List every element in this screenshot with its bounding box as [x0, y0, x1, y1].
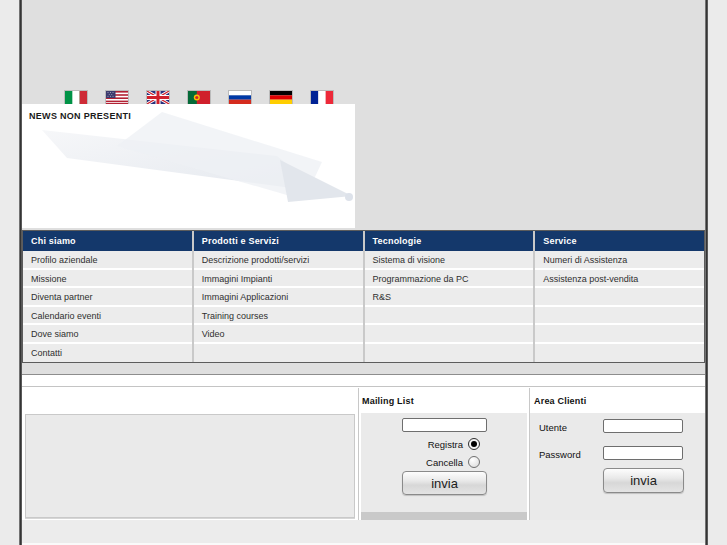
menu-item[interactable]: Diventa partner	[23, 288, 192, 307]
cancella-option[interactable]: Cancella	[361, 455, 480, 469]
utente-input[interactable]	[603, 419, 683, 433]
utente-label: Utente	[539, 422, 567, 433]
menu-column-tecnologie: Tecnologie Sistema di visione Programmaz…	[365, 231, 534, 362]
menu-item[interactable]: Missione	[23, 270, 192, 289]
menu-item[interactable]: Training courses	[194, 307, 363, 326]
menu-header: Chi siamo	[23, 231, 192, 251]
pen-watermark	[22, 104, 355, 228]
menu-item-empty	[365, 325, 534, 344]
mailing-list-title: Mailing List	[362, 396, 414, 406]
menu-item[interactable]: Immagini Impianti	[194, 270, 363, 289]
menu-item-empty	[194, 344, 363, 363]
password-label: Password	[539, 449, 581, 460]
flag-italy-icon[interactable]	[65, 91, 87, 104]
menu-item[interactable]: Assistenza post-vendita	[535, 270, 704, 289]
registra-radio[interactable]	[468, 438, 480, 450]
password-input[interactable]	[603, 446, 683, 460]
flag-portugal-icon[interactable]	[188, 91, 210, 104]
menu-column-chi-siamo: Chi siamo Profilo aziendale Missione Div…	[23, 231, 192, 362]
menu-item-empty	[535, 325, 704, 344]
menu-item-empty	[535, 344, 704, 363]
news-message: NEWS NON PRESENTI	[29, 111, 131, 121]
menu-column-service: Service Numeri di Assistenza Assistenza …	[535, 231, 704, 362]
mailing-list-panel: Registra Cancella invia	[361, 413, 527, 520]
footer-area	[22, 520, 705, 543]
menu-item[interactable]: R&S	[365, 288, 534, 307]
page-content: NEWS NON PRESENTI Chi siamo Profilo azie…	[22, 0, 705, 545]
menu-item[interactable]: Dove siamo	[23, 325, 192, 344]
news-box: NEWS NON PRESENTI	[22, 104, 355, 228]
area-clienti-submit-button[interactable]: invia	[603, 468, 684, 493]
menu-item[interactable]: Descrizione prodotti/servizi	[194, 251, 363, 270]
flag-russia-icon[interactable]	[229, 91, 251, 104]
area-clienti-title: Area Clienti	[534, 396, 586, 406]
menu-item[interactable]: Immagini Applicazioni	[194, 288, 363, 307]
menu-item-empty	[365, 344, 534, 363]
cancella-radio[interactable]	[468, 456, 480, 468]
flag-france-icon[interactable]	[311, 91, 333, 104]
area-clienti-panel: Utente Password invia	[530, 413, 705, 520]
menu-header: Prodotti e Servizi	[194, 231, 363, 251]
menu-item-empty	[535, 307, 704, 326]
menu-header: Tecnologie	[365, 231, 534, 251]
menu-item[interactable]: Programmazione da PC	[365, 270, 534, 289]
cancella-label: Cancella	[426, 457, 463, 468]
window-border-right	[705, 0, 708, 545]
menu-item[interactable]: Contatti	[23, 344, 192, 363]
menu-item[interactable]: Video	[194, 325, 363, 344]
menu-item[interactable]: Sistema di visione	[365, 251, 534, 270]
nav-menu-table: Chi siamo Profilo aziendale Missione Div…	[22, 230, 705, 363]
flag-germany-icon[interactable]	[270, 91, 292, 104]
empty-content-panel	[25, 414, 355, 518]
panel-scroll-strip	[361, 512, 527, 520]
flag-usa-icon[interactable]	[106, 91, 128, 104]
browser-page: NEWS NON PRESENTI Chi siamo Profilo azie…	[0, 0, 727, 545]
menu-header: Service	[535, 231, 704, 251]
menu-item[interactable]: Profilo aziendale	[23, 251, 192, 270]
menu-item[interactable]: Calendario eventi	[23, 307, 192, 326]
menu-item-empty	[365, 307, 534, 326]
menu-item-empty	[535, 288, 704, 307]
language-bar	[65, 91, 333, 104]
mailing-list-email-input[interactable]	[402, 418, 487, 432]
separator-band	[22, 374, 705, 387]
column-divider	[358, 388, 359, 520]
flag-uk-icon[interactable]	[147, 91, 169, 104]
registra-option[interactable]: Registra	[361, 437, 480, 451]
menu-item[interactable]: Numeri di Assistenza	[535, 251, 704, 270]
registra-label: Registra	[428, 439, 463, 450]
menu-column-prodotti: Prodotti e Servizi Descrizione prodotti/…	[194, 231, 363, 362]
mailing-list-submit-button[interactable]: invia	[402, 471, 487, 495]
